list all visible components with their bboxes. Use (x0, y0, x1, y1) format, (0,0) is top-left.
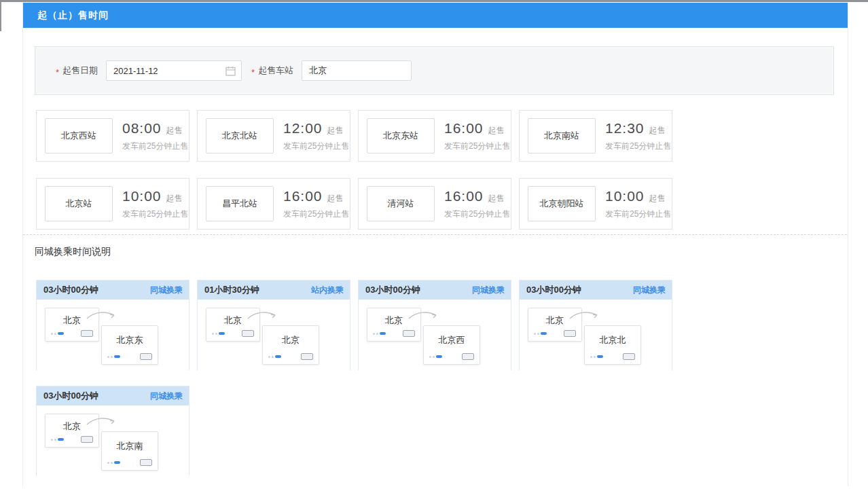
to-station-card: 北京南 (101, 431, 158, 471)
transfer-duration: 03小时00分钟 (526, 284, 581, 296)
transfer-card-header: 03小时00分钟 同城换乘 (520, 280, 672, 300)
sale-suffix: 起售 (488, 125, 505, 137)
sale-suffix: 起售 (488, 193, 505, 204)
train-badge-icon (81, 330, 93, 337)
sale-note: 发车前25分钟止售 (444, 141, 510, 152)
window-top-edge (0, 0, 868, 2)
sale-note: 发车前25分钟止售 (605, 209, 671, 220)
sale-suffix: 起售 (327, 125, 344, 137)
train-badge-icon (242, 330, 254, 337)
to-station-card: 北京 (262, 325, 319, 365)
station-sale-card: 昌平北站 16:00 起售 发车前25分钟止售 (197, 178, 350, 230)
page-title: 起（止）售时间 (37, 10, 109, 20)
sale-date-label: 起售日期 (62, 65, 98, 77)
train-badge-icon (623, 353, 635, 360)
transfer-card: 03小时00分钟 同城换乘 北京 北京北 (519, 280, 672, 370)
station-sale-card: 清河站 16:00 起售 发车前25分钟止售 (358, 178, 511, 230)
transfer-card-body: 北京 北京北 (520, 300, 672, 370)
train-badge-icon (301, 353, 313, 360)
page-container: 起（止）售时间 * 起售日期 2021-11-12 * 起售车站 北京 北京西站… (22, 3, 848, 486)
track-dots-icon (373, 332, 387, 335)
to-station-name: 北京南 (102, 440, 158, 452)
sale-note: 发车前25分钟止售 (444, 209, 510, 220)
sale-note: 发车前25分钟止售 (283, 141, 349, 152)
transfer-grid: 03小时00分钟 同城换乘 北京 北京东 (36, 280, 674, 476)
sale-note: 发车前25分钟止售 (283, 209, 349, 220)
station-name-button[interactable]: 北京东站 (367, 118, 435, 153)
train-badge-icon (140, 353, 152, 360)
transfer-card-body: 北京 北京南 (37, 405, 189, 476)
sale-suffix: 起售 (649, 125, 666, 137)
station-name-button[interactable]: 昌平北站 (206, 186, 274, 221)
sale-time: 12:00 (283, 120, 323, 137)
to-station-name: 北京 (263, 334, 319, 346)
section-header-bar: 起（止）售时间 (23, 3, 848, 28)
sale-time: 12:30 (605, 120, 645, 137)
track-dots-icon (429, 355, 444, 358)
sale-time: 10:00 (605, 188, 645, 204)
sale-suffix: 起售 (166, 193, 183, 204)
transfer-section-title: 同城换乘时间说明 (35, 246, 111, 258)
station-name-button[interactable]: 北京北站 (206, 118, 274, 153)
station-name-button[interactable]: 北京南站 (528, 118, 596, 153)
transfer-duration: 03小时00分钟 (365, 284, 420, 296)
station-name-button[interactable]: 北京朝阳站 (528, 186, 596, 221)
track-dots-icon (268, 355, 283, 358)
transfer-type-link[interactable]: 同城换乘 (472, 285, 505, 296)
sale-station-value: 北京 (309, 65, 327, 77)
dashed-divider (23, 234, 847, 235)
train-badge-icon (403, 330, 415, 337)
track-dots-icon (107, 461, 122, 464)
sale-time: 16:00 (444, 188, 484, 204)
transfer-arrow-icon (86, 309, 118, 321)
station-name-button[interactable]: 清河站 (367, 186, 435, 221)
to-station-card: 北京西 (423, 325, 480, 365)
transfer-type-link[interactable]: 同城换乘 (633, 285, 666, 296)
sale-station-label: 起售车站 (258, 65, 293, 77)
track-dots-icon (534, 332, 548, 335)
station-name-button[interactable]: 北京站 (45, 186, 113, 221)
sale-suffix: 起售 (327, 193, 344, 204)
station-sale-card: 北京西站 08:00 起售 发车前25分钟止售 (36, 110, 189, 162)
transfer-card-header: 01小时30分钟 站内换乘 (198, 280, 350, 300)
transfer-card-body: 北京 北京西 (359, 300, 511, 370)
sale-date-input[interactable]: 2021-11-12 (106, 60, 242, 81)
transfer-type-link[interactable]: 同城换乘 (150, 285, 183, 296)
train-badge-icon (564, 330, 576, 337)
track-dots-icon (51, 438, 65, 441)
sale-time: 16:00 (444, 120, 484, 137)
sale-time: 16:00 (283, 188, 323, 204)
to-station-name: 北京东 (102, 334, 158, 346)
transfer-duration: 03小时00分钟 (43, 284, 98, 296)
transfer-duration: 01小时30分钟 (204, 284, 259, 296)
transfer-arrow-icon (247, 309, 279, 321)
station-sale-card: 北京朝阳站 10:00 起售 发车前25分钟止售 (519, 178, 672, 230)
sale-suffix: 起售 (649, 193, 666, 204)
track-dots-icon (107, 355, 122, 358)
transfer-type-link[interactable]: 站内换乘 (311, 285, 344, 296)
track-dots-icon (212, 332, 226, 335)
to-station-card: 北京北 (584, 325, 641, 365)
transfer-card-header: 03小时00分钟 同城换乘 (359, 280, 511, 300)
to-station-name: 北京北 (585, 334, 640, 346)
transfer-card: 01小时30分钟 站内换乘 北京 北京 (197, 280, 350, 370)
train-badge-icon (81, 436, 93, 443)
required-asterisk: * (56, 67, 59, 77)
station-name-button[interactable]: 北京西站 (45, 118, 113, 153)
calendar-icon[interactable] (225, 66, 236, 76)
transfer-card: 03小时00分钟 同城换乘 北京 北京南 (36, 386, 189, 476)
sale-station-input[interactable]: 北京 (302, 60, 412, 81)
sale-note: 发车前25分钟止售 (605, 141, 671, 152)
station-sale-card: 北京东站 16:00 起售 发车前25分钟止售 (358, 110, 511, 162)
station-sale-grid: 北京西站 08:00 起售 发车前25分钟止售 北京北站 12:00 起售 发车… (36, 110, 674, 230)
required-asterisk: * (251, 67, 255, 77)
to-station-card: 北京东 (101, 325, 158, 365)
transfer-arrow-icon (86, 415, 118, 427)
transfer-type-link[interactable]: 同城换乘 (150, 391, 183, 402)
station-sale-card: 北京北站 12:00 起售 发车前25分钟止售 (197, 110, 350, 162)
transfer-card: 03小时00分钟 同城换乘 北京 北京西 (358, 280, 511, 370)
transfer-card: 03小时00分钟 同城换乘 北京 北京东 (36, 280, 189, 370)
transfer-card-header: 03小时00分钟 同城换乘 (37, 386, 189, 405)
transfer-duration: 03小时00分钟 (43, 390, 98, 402)
to-station-name: 北京西 (424, 334, 480, 346)
